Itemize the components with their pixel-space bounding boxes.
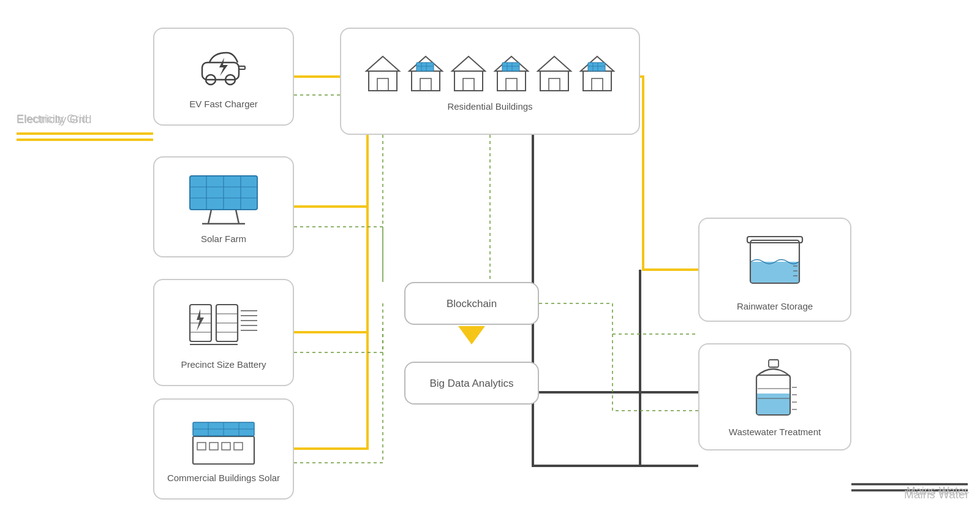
commercial-solar-label: Commercial Buildings Solar	[167, 472, 280, 484]
svg-rect-17	[420, 78, 431, 91]
ev-charger-icon	[196, 44, 251, 93]
svg-rect-37	[592, 78, 603, 91]
diagram: Electricity Grid Mains Water EV Fast Cha…	[0, 0, 980, 521]
svg-rect-11	[239, 66, 245, 69]
house4-icon	[492, 51, 530, 96]
svg-marker-22	[452, 56, 485, 91]
house3-icon	[450, 51, 488, 96]
house5-icon	[535, 51, 573, 96]
svg-rect-68	[209, 443, 218, 450]
rainwater-label: Rainwater Storage	[737, 300, 813, 313]
blockchain-to-bigdata-arrow	[458, 326, 485, 344]
blockchain-node: Blockchain	[404, 282, 539, 325]
ev-charger-label: EV Fast Charger	[189, 98, 258, 110]
blockchain-label: Blockchain	[447, 297, 497, 311]
residential-label: Residential Buildings	[447, 101, 532, 113]
commercial-solar-icon	[184, 415, 263, 467]
house1-icon	[364, 51, 402, 96]
svg-rect-69	[222, 443, 230, 450]
svg-rect-77	[751, 262, 799, 283]
svg-marker-12	[366, 56, 399, 91]
rainwater-icon	[741, 228, 809, 295]
svg-rect-27	[506, 78, 517, 91]
wastewater-label: Wastewater Treatment	[729, 426, 821, 438]
ev-charger-node: EV Fast Charger	[153, 28, 294, 126]
svg-rect-24	[463, 78, 474, 91]
svg-rect-13	[369, 71, 397, 91]
electricity-grid-label: Electricity Grid	[17, 113, 91, 126]
svg-marker-35	[581, 56, 614, 91]
svg-rect-36	[583, 71, 611, 91]
svg-rect-23	[454, 71, 483, 91]
svg-rect-33	[540, 71, 568, 91]
svg-marker-10	[219, 58, 228, 76]
solar-farm-node: Solar Farm	[153, 156, 294, 257]
svg-marker-55	[197, 309, 204, 331]
svg-rect-67	[197, 443, 206, 450]
svg-rect-83	[757, 394, 790, 414]
svg-marker-15	[409, 56, 442, 91]
big-data-node: Big Data Analytics	[404, 362, 539, 405]
commercial-solar-node: Commercial Buildings Solar	[153, 398, 294, 500]
battery-icon	[187, 295, 260, 354]
mains-water-label: Mains Water	[904, 488, 969, 501]
svg-rect-14	[377, 78, 388, 91]
svg-line-49	[236, 210, 239, 224]
house2-icon	[407, 51, 445, 96]
wastewater-icon	[744, 357, 805, 421]
svg-rect-26	[497, 71, 526, 91]
svg-rect-70	[234, 443, 243, 450]
big-data-label: Big Data Analytics	[429, 377, 513, 390]
svg-line-48	[208, 210, 211, 224]
rainwater-node: Rainwater Storage	[698, 218, 851, 322]
svg-rect-38	[588, 63, 605, 71]
solar-farm-icon	[184, 170, 263, 228]
wastewater-node: Wastewater Treatment	[698, 343, 851, 451]
svg-marker-32	[538, 56, 571, 91]
svg-rect-34	[549, 78, 560, 91]
house6-icon	[578, 51, 616, 96]
precinct-battery-label: Precinct Size Battery	[181, 359, 266, 371]
precinct-battery-node: Precinct Size Battery	[153, 279, 294, 386]
svg-marker-25	[495, 56, 528, 91]
svg-rect-84	[769, 360, 778, 367]
svg-rect-18	[417, 63, 434, 71]
residential-node: Residential Buildings	[340, 28, 640, 135]
svg-rect-28	[502, 63, 519, 71]
solar-farm-label: Solar Farm	[201, 233, 246, 245]
svg-rect-16	[412, 71, 440, 91]
